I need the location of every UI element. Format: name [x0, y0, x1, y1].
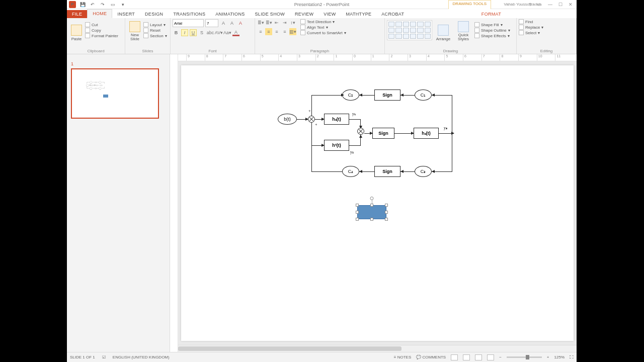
- comments-button[interactable]: 💬 COMMENTS: [416, 355, 446, 359]
- tab-insert[interactable]: INSERT: [112, 10, 140, 18]
- clear-format-icon[interactable]: A: [237, 20, 244, 27]
- reset-button[interactable]: Reset: [143, 28, 167, 33]
- bold-icon[interactable]: B: [173, 29, 180, 36]
- layout-button[interactable]: Layout▾: [143, 22, 167, 27]
- zoom-slider[interactable]: [507, 356, 542, 358]
- slideshow-view-icon[interactable]: [487, 354, 494, 360]
- shape-outline-button[interactable]: Shape Outline▾: [474, 28, 510, 33]
- tab-view[interactable]: VIEW: [318, 10, 341, 18]
- tab-mathtype[interactable]: MathType: [341, 10, 377, 18]
- strike-icon[interactable]: S: [198, 29, 205, 36]
- shadow-icon[interactable]: abc: [207, 29, 214, 36]
- new-slide-button[interactable]: New Slide: [127, 19, 142, 41]
- indent-icon[interactable]: ⇥: [281, 19, 288, 26]
- zoom-in-icon[interactable]: +: [547, 355, 549, 359]
- tab-file[interactable]: FILE: [67, 10, 87, 18]
- zoom-out-icon[interactable]: −: [499, 355, 502, 359]
- start-icon[interactable]: ▭: [109, 1, 116, 8]
- align-right-icon[interactable]: ≡: [273, 28, 280, 35]
- sum-left[interactable]: [308, 116, 315, 123]
- slide-thumbnail[interactable]: ┌─◯─▭─◯─┐◯⊗▭⊗▭─▭└─◯─▭─◯─┘: [71, 68, 159, 119]
- section-button[interactable]: Section▾: [143, 33, 167, 38]
- close-icon[interactable]: ✕: [569, 2, 573, 7]
- linespacing-icon[interactable]: ↕▾: [289, 19, 296, 26]
- tab-home[interactable]: HOME: [87, 9, 112, 18]
- help-icon[interactable]: ?: [529, 2, 531, 7]
- case-icon[interactable]: Aa▾: [224, 29, 231, 36]
- text-direction-button[interactable]: Text Direction▾: [300, 19, 346, 24]
- find-button[interactable]: Find: [519, 19, 574, 24]
- node-c2[interactable]: C₂: [342, 89, 359, 101]
- language-indicator[interactable]: ENGLISH (UNITED KINGDOM): [113, 355, 170, 359]
- dedent-icon[interactable]: ⇤: [273, 19, 280, 26]
- convert-smartart-button[interactable]: Convert to SmartArt▾: [300, 30, 346, 35]
- tab-format[interactable]: FORMAT: [476, 10, 506, 18]
- arrange-button[interactable]: Arrange: [434, 19, 452, 41]
- font-name-input[interactable]: [173, 19, 204, 27]
- font-color-icon[interactable]: A: [232, 29, 239, 36]
- qat-more-icon[interactable]: ▾: [119, 1, 126, 8]
- align-text-button[interactable]: Align Text▾: [300, 25, 346, 30]
- node-c3[interactable]: C₃: [415, 166, 432, 177]
- node-hs1[interactable]: hₛ(t): [324, 114, 349, 125]
- tab-design[interactable]: DESIGN: [140, 10, 168, 18]
- fit-window-icon[interactable]: ⛶: [570, 355, 574, 359]
- paste-button[interactable]: Paste: [69, 19, 84, 41]
- resize-handle[interactable]: [370, 204, 373, 207]
- format-painter-button[interactable]: Format Painter: [85, 33, 118, 38]
- bullets-icon[interactable]: ≣▾: [257, 19, 264, 26]
- rotate-handle[interactable]: [370, 197, 374, 200]
- cut-button[interactable]: Cut: [85, 22, 118, 27]
- grow-font-icon[interactable]: A: [220, 20, 227, 27]
- resize-handle[interactable]: [385, 218, 388, 221]
- node-c1[interactable]: C₁: [415, 89, 432, 101]
- italic-icon[interactable]: I: [181, 29, 188, 36]
- tab-slideshow[interactable]: SLIDE SHOW: [250, 10, 290, 18]
- node-sign-mid[interactable]: Sign: [372, 128, 394, 139]
- shape-fill-button[interactable]: Shape Fill▾: [474, 22, 510, 27]
- tab-animations[interactable]: ANIMATIONS: [210, 10, 250, 18]
- resize-handle[interactable]: [356, 218, 359, 221]
- tab-transitions[interactable]: TRANSITIONS: [168, 10, 210, 18]
- undo-icon[interactable]: ↶: [89, 1, 96, 8]
- node-bt[interactable]: b(t): [278, 114, 297, 125]
- spellcheck-icon[interactable]: ☑: [102, 355, 106, 359]
- reading-view-icon[interactable]: [475, 354, 482, 360]
- notes-button[interactable]: ≡ NOTES: [394, 355, 411, 359]
- node-hc[interactable]: hᶜ(t): [324, 140, 349, 151]
- slide-panel[interactable]: 1 ┌─◯─▭─◯─┐◯⊗▭⊗▭─▭└─◯─▭─◯─┘: [67, 54, 170, 352]
- copy-button[interactable]: Copy: [85, 28, 118, 33]
- ribbon-opts-icon[interactable]: ▭: [537, 2, 542, 7]
- resize-handle[interactable]: [356, 211, 359, 214]
- font-size-input[interactable]: [205, 19, 218, 27]
- align-center-icon[interactable]: ≡: [265, 28, 272, 35]
- node-sign-bot[interactable]: Sign: [374, 166, 400, 177]
- quick-styles-button[interactable]: Quick Styles: [454, 19, 472, 41]
- underline-icon[interactable]: U: [190, 29, 197, 36]
- tab-review[interactable]: REVIEW: [290, 10, 318, 18]
- resize-handle[interactable]: [385, 211, 388, 214]
- resize-handle[interactable]: [370, 218, 373, 221]
- align-left-icon[interactable]: ≡: [257, 28, 264, 35]
- resize-handle[interactable]: [356, 204, 359, 207]
- shape-effects-button[interactable]: Shape Effects▾: [474, 33, 510, 38]
- resize-handle[interactable]: [385, 204, 388, 207]
- node-hs2[interactable]: hₛ(t): [414, 128, 439, 139]
- selected-shape[interactable]: [357, 205, 386, 219]
- node-sign-top[interactable]: Sign: [374, 89, 400, 101]
- sorter-view-icon[interactable]: [463, 354, 470, 360]
- columns-icon[interactable]: ▥▾: [289, 28, 296, 35]
- sum-right[interactable]: [357, 128, 364, 135]
- horizontal-scrollbar[interactable]: [178, 345, 577, 352]
- normal-view-icon[interactable]: [451, 354, 458, 360]
- slide-canvas[interactable]: C₂ Sign C₁ b(t) hₛ(t) Sign hₛ(t) hᶜ(t) C…: [181, 65, 574, 341]
- spacing-icon[interactable]: AV▾: [215, 29, 222, 36]
- shrink-font-icon[interactable]: A: [228, 20, 235, 27]
- numbering-icon[interactable]: ≣▾: [265, 19, 272, 26]
- select-button[interactable]: Select▾: [519, 30, 574, 35]
- save-icon[interactable]: 💾: [79, 1, 86, 8]
- node-c4[interactable]: C₄: [342, 166, 359, 177]
- justify-icon[interactable]: ≡: [281, 28, 288, 35]
- zoom-level[interactable]: 125%: [554, 355, 565, 359]
- redo-icon[interactable]: ↷: [99, 1, 106, 8]
